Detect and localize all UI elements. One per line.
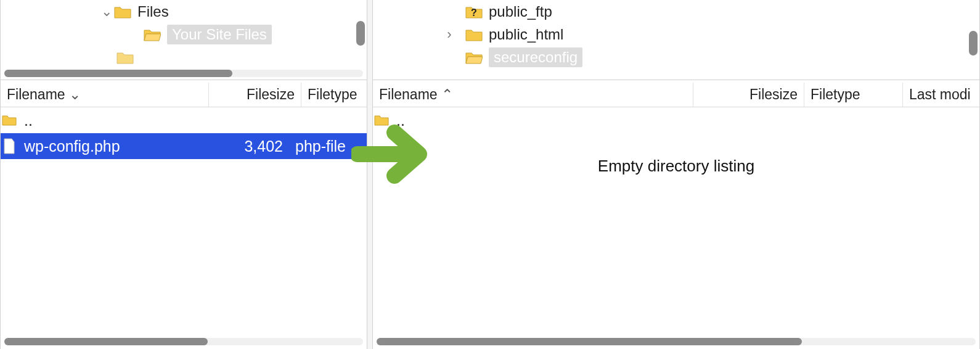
file-name: wp-config.php (18, 138, 209, 155)
file-name: .. (18, 112, 209, 129)
scrollbar-thumb[interactable] (969, 31, 978, 55)
tree-row-secureconfig[interactable]: secureconfig (373, 46, 979, 68)
header-label: Filetype (811, 86, 860, 103)
tree-row-your-site-files[interactable]: Your Site Files (1, 23, 367, 46)
local-tree[interactable]: ⌄ Files Your Site Files (1, 0, 367, 80)
tree-label-selected: secureconfig (489, 47, 582, 67)
folder-icon (116, 51, 134, 64)
folder-question-icon: ? (465, 5, 483, 18)
remote-tree[interactable]: ? public_ftp › public_html secureconfig (373, 0, 979, 80)
list-hscroll[interactable] (377, 338, 976, 345)
empty-directory-message: Empty directory listing (373, 157, 979, 176)
scrollbar-thumb[interactable] (377, 338, 802, 345)
chevron-up-icon: ⌃ (441, 86, 453, 103)
scrollbar-thumb[interactable] (4, 70, 232, 77)
col-filesize[interactable]: Filesize (209, 83, 301, 107)
local-file-list[interactable]: .. wp-config.php 3,402 php-file (1, 107, 367, 349)
folder-open-icon (144, 28, 161, 41)
chevron-down-icon: ⌄ (69, 86, 81, 103)
file-row-parent[interactable]: .. (1, 107, 367, 133)
tree-row-files[interactable]: ⌄ Files (1, 0, 367, 23)
list-hscroll[interactable] (4, 338, 363, 345)
header-label: Filetype (308, 86, 357, 103)
col-filename[interactable]: Filename ⌃ (373, 83, 693, 107)
file-type: php-file (289, 138, 367, 155)
tree-vscroll[interactable] (969, 15, 978, 70)
tree-row-extra[interactable] (1, 46, 367, 68)
col-filename[interactable]: Filename ⌄ (1, 83, 209, 107)
folder-icon (114, 5, 131, 18)
header-label: Last modi (909, 86, 971, 103)
remote-file-list[interactable]: .. Empty directory listing (373, 107, 979, 349)
tree-vscroll[interactable] (356, 15, 365, 58)
chevron-right-icon[interactable]: › (442, 27, 457, 43)
folder-icon (373, 114, 390, 126)
tree-label: public_ftp (489, 3, 552, 20)
tree-hscroll[interactable] (4, 70, 363, 77)
tree-row-publicftp[interactable]: ? public_ftp (373, 0, 979, 23)
remote-list-header: Filename ⌃ Filesize Filetype Last modi (373, 83, 979, 107)
header-label: Filesize (247, 86, 295, 103)
folder-open-icon (465, 51, 483, 64)
header-label: Filename (379, 86, 438, 103)
scrollbar-thumb[interactable] (356, 21, 365, 46)
tree-label-selected: Your Site Files (167, 25, 272, 44)
local-list-header: Filename ⌄ Filesize Filetype (1, 83, 367, 107)
pane-divider[interactable] (367, 0, 372, 349)
col-filetype[interactable]: Filetype (301, 83, 367, 107)
tree-label: public_html (489, 26, 563, 43)
file-row-parent[interactable]: .. (373, 107, 979, 133)
remote-pane: ? public_ftp › public_html secureconfig (372, 0, 980, 349)
folder-icon (1, 114, 18, 126)
file-row-wpconfig[interactable]: wp-config.php 3,402 php-file (1, 133, 367, 159)
local-pane: ⌄ Files Your Site Files (0, 0, 367, 349)
tree-label: Files (137, 3, 169, 20)
folder-icon (465, 28, 483, 41)
chevron-down-icon[interactable]: ⌄ (99, 4, 114, 20)
header-label: Filename (7, 86, 65, 103)
file-icon (1, 138, 18, 154)
file-size: 3,402 (209, 138, 289, 155)
svg-text:?: ? (471, 7, 477, 18)
file-name: .. (390, 112, 692, 129)
header-label: Filesize (749, 86, 798, 103)
tree-row-publichtml[interactable]: › public_html (373, 23, 979, 46)
col-lastmod[interactable]: Last modi (903, 83, 979, 107)
scrollbar-thumb[interactable] (4, 338, 208, 345)
col-filesize[interactable]: Filesize (693, 83, 804, 107)
col-filetype[interactable]: Filetype (804, 83, 903, 107)
